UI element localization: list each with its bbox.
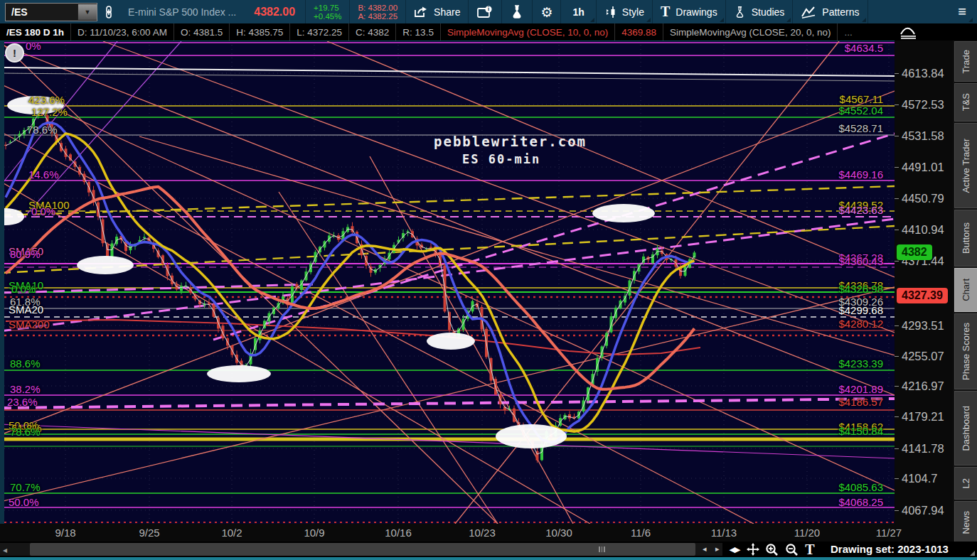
- bar-high: H: 4385.75: [230, 23, 290, 41]
- pan-icon[interactable]: [745, 542, 761, 556]
- zoom-in-icon[interactable]: [764, 542, 779, 556]
- axis-tick-mark: [895, 478, 899, 479]
- style-button[interactable]: Style: [597, 0, 652, 23]
- bottom-bar: ◂ ◂ ▸ ◀▶ T Drawing set: 2023-1013: [0, 542, 977, 557]
- patterns-button[interactable]: Patterns: [793, 0, 867, 23]
- ask-value: A: 4382.25: [358, 12, 397, 21]
- study1-value: 4369.88: [615, 23, 663, 41]
- sidebar-tab-news[interactable]: News: [954, 501, 977, 544]
- bar-low: L: 4372.25: [290, 23, 349, 41]
- axis-tick-mark: [895, 73, 899, 74]
- symbol-dropdown-icon[interactable]: ▼: [78, 4, 97, 20]
- sidebar-tab-t-s[interactable]: T&S: [954, 83, 977, 122]
- time-axis-label: 9/18: [55, 527, 75, 539]
- trading-platform-window: { "toolbar":{ "symbol":"/ES","descriptio…: [0, 0, 977, 560]
- link-icon[interactable]: [97, 0, 120, 23]
- symbol-value[interactable]: /ES: [6, 6, 78, 18]
- axis-tick-mark: [895, 198, 899, 199]
- bar-date: D: 11/10/23, 6:00 AM: [71, 23, 174, 41]
- svg-text:i: i: [488, 6, 489, 12]
- axis-tick-label: 4141.78: [902, 442, 944, 456]
- bar-close: C: 4382: [349, 23, 396, 41]
- analyze-button[interactable]: [502, 0, 532, 23]
- time-axis-label: 10/23: [469, 527, 496, 539]
- share-icon: [414, 6, 428, 18]
- time-axis-label: 11/6: [631, 527, 651, 539]
- chart-canvas[interactable]: [4, 41, 895, 524]
- sidebar-tab-label: News: [961, 511, 971, 534]
- zoom-out-icon[interactable]: [784, 542, 799, 556]
- time-axis-label: 9/25: [139, 527, 159, 539]
- main-toolbar: /ES ▼ E-mini S&P 500 Index ... 4382.00 +…: [0, 0, 977, 24]
- axis-tick-label: 4491.01: [902, 161, 944, 174]
- axis-tick-mark: [895, 136, 899, 136]
- sidebar-tab-label: Dashboard: [961, 406, 971, 451]
- scroll-left-icon[interactable]: ◂: [3, 545, 7, 555]
- studies-label: Studies: [752, 6, 785, 18]
- drawings-button[interactable]: T Drawings: [653, 0, 725, 23]
- share-button[interactable]: Share: [406, 0, 468, 23]
- axis-tick-label: 4613.84: [902, 67, 944, 80]
- time-axis[interactable]: 9/189/2510/210/910/1610/2310/3011/611/13…: [0, 524, 895, 542]
- axis-tick-label: 4255.07: [902, 350, 944, 363]
- flask-icon: [510, 5, 524, 18]
- studies-flask-icon: [734, 6, 746, 18]
- study1-label[interactable]: SimpleMovingAvg (CLOSE, 10, 0, no): [441, 23, 615, 41]
- sidebar-tab-l2[interactable]: L2: [954, 467, 977, 500]
- chart-left-border: [0, 41, 4, 524]
- axis-tick-mark: [895, 510, 899, 511]
- drawing-set-button[interactable]: Drawing set: 2023-1013: [831, 543, 949, 555]
- chart-scrollbar[interactable]: ◂: [0, 543, 722, 556]
- page-right-icon[interactable]: ▸: [715, 544, 720, 554]
- settings-button[interactable]: ⚙: [533, 0, 560, 23]
- time-axis-label: 10/30: [545, 527, 572, 539]
- chart-symbol-range: /ES 180 D 1h: [0, 23, 71, 41]
- time-axis-label: 10/16: [385, 527, 412, 539]
- text-tool-icon: T: [661, 4, 670, 20]
- share-label: Share: [434, 6, 460, 18]
- drawings-label: Drawings: [676, 6, 717, 18]
- sidebar-tab-active-trader[interactable]: Active Trader: [954, 123, 977, 208]
- page-left-icon[interactable]: ◂: [703, 544, 707, 554]
- axis-tick-mark: [895, 448, 899, 449]
- time-axis-label: 10/2: [221, 527, 242, 539]
- scrollbar-thumb[interactable]: [30, 543, 695, 556]
- chart-top-border: [0, 41, 895, 41]
- chart-pane[interactable]: [0, 41, 895, 524]
- axis-tick-label: 4410.94: [902, 223, 944, 237]
- scrollbar-grip: [599, 546, 605, 552]
- patterns-label: Patterns: [822, 6, 859, 18]
- axis-tick-label: 4216.97: [902, 379, 944, 393]
- price-badge: 4327.39: [897, 288, 948, 303]
- bar-open: O: 4381.5: [174, 23, 230, 41]
- price-axis[interactable]: 4613.844572.534531.584491.014450.794410.…: [895, 41, 953, 542]
- curve-tool-icon[interactable]: [899, 26, 919, 42]
- sidebar-tab-label: Chart: [961, 279, 971, 301]
- patterns-icon: [801, 6, 816, 18]
- bid-ask-block: B: 4382.00 A: 4382.25: [350, 0, 405, 23]
- sidebar-tab-label: Buttons: [961, 222, 971, 254]
- sidebar-tab-label: Active Trader: [961, 139, 971, 193]
- chart-header: /ES 180 D 1h D: 11/10/23, 6:00 AM O: 438…: [0, 23, 977, 41]
- fit-width-icon[interactable]: ◀▶: [727, 542, 742, 556]
- chart-menu-button[interactable]: ≡: [950, 0, 974, 23]
- bar-range: R: 13.5: [396, 23, 441, 41]
- axis-tick-mark: [895, 104, 899, 105]
- drawing-set-caret: [970, 551, 975, 556]
- sidebar-tab-trade[interactable]: Trade: [954, 41, 977, 82]
- sidebar-tab-buttons[interactable]: Buttons: [954, 210, 977, 266]
- axis-tick-label: 4450.79: [902, 192, 944, 205]
- window-bottom-border: [0, 557, 977, 560]
- symbol-input[interactable]: /ES ▼: [5, 3, 97, 21]
- sidebar-tab-chart[interactable]: Chart: [954, 268, 977, 312]
- axis-tick-mark: [895, 356, 899, 357]
- text-annotation-icon[interactable]: T: [802, 542, 818, 556]
- studies-button[interactable]: Studies: [726, 0, 793, 23]
- study2-label[interactable]: SimpleMovingAvg (CLOSE, 20, 0, no): [663, 23, 838, 41]
- alert-icon[interactable]: !: [5, 43, 24, 63]
- sidebar-tab-phase-scores[interactable]: Phase Scores: [954, 313, 977, 389]
- detached-window-button[interactable]: i: [469, 0, 501, 23]
- sidebar-tab-dashboard[interactable]: Dashboard: [954, 391, 977, 465]
- timeframe-button[interactable]: 1h: [561, 0, 595, 23]
- more-studies[interactable]: ...: [838, 23, 858, 41]
